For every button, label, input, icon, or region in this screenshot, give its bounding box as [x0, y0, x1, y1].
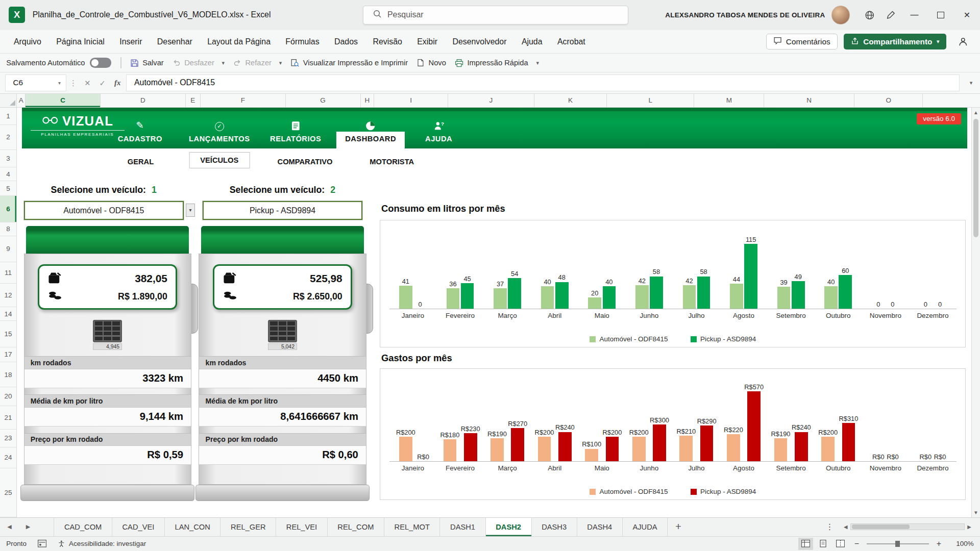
- share-button[interactable]: Compartilhamento ▾: [844, 34, 946, 50]
- subtab-comparativo[interactable]: COMPARATIVO: [274, 154, 336, 169]
- sheet-tab-rel_vei[interactable]: REL_VEI: [276, 518, 328, 536]
- row-header-14[interactable]: 14: [0, 307, 16, 321]
- more-options-icon[interactable]: ⋮: [823, 522, 837, 532]
- column-header-J[interactable]: J: [448, 94, 534, 107]
- new-button[interactable]: Novo: [412, 54, 451, 72]
- sheet-tab-cad_vei[interactable]: CAD_VEI: [112, 518, 165, 536]
- sheet-tab-dash2[interactable]: DASH2: [486, 518, 532, 536]
- row-header-18[interactable]: 18: [0, 362, 16, 387]
- vehicle2-select[interactable]: Pickup - ASD9894: [203, 201, 362, 220]
- select-all-corner[interactable]: [0, 94, 17, 107]
- column-header-L[interactable]: L: [607, 94, 694, 107]
- minimize-button[interactable]: —: [901, 0, 927, 30]
- ink-pen-icon[interactable]: [880, 0, 901, 30]
- ribbon-tab-inserir[interactable]: Inserir: [112, 30, 150, 54]
- horizontal-scrollbar[interactable]: ◀ ▶: [841, 523, 974, 530]
- ribbon-tab-arquivo[interactable]: Arquivo: [6, 30, 48, 54]
- row-header-12[interactable]: 12: [0, 284, 16, 308]
- column-header-N[interactable]: N: [764, 94, 854, 107]
- scrollbar-thumb[interactable]: [973, 119, 978, 238]
- zoom-out-button[interactable]: −: [850, 539, 863, 548]
- nav-cadastro[interactable]: ✎ CADASTRO: [111, 117, 168, 148]
- row-header-24[interactable]: 24: [0, 447, 16, 469]
- formula-input[interactable]: Automóvel - ODF8415: [126, 74, 960, 91]
- nav-ajuda[interactable]: ? AJUDA: [419, 117, 459, 148]
- column-header-F[interactable]: F: [201, 94, 286, 107]
- name-box[interactable]: C6 ▾: [5, 74, 66, 91]
- hscroll-thumb[interactable]: [852, 524, 910, 529]
- search-box[interactable]: Pesquisar: [363, 6, 628, 24]
- sheet-tab-dash1[interactable]: DASH1: [440, 518, 485, 536]
- toolbar-overflow-icon[interactable]: ▾: [536, 60, 540, 66]
- sheet-tab-rel_mot[interactable]: REL_MOT: [384, 518, 440, 536]
- row-header-1[interactable]: 1: [0, 108, 16, 125]
- row-header-21[interactable]: 21: [0, 406, 16, 430]
- cancel-icon[interactable]: ✕: [80, 72, 95, 93]
- sheet-tab-dash4[interactable]: DASH4: [577, 518, 623, 536]
- autosave-toggle[interactable]: [90, 58, 111, 68]
- sheet-tab-ajuda[interactable]: AJUDA: [623, 518, 668, 536]
- row-header-2[interactable]: 2: [0, 125, 16, 150]
- nav-dashboard[interactable]: DASHBOARD: [336, 117, 405, 148]
- vehicle1-select[interactable]: Automóvel - ODF8415: [24, 201, 184, 220]
- column-header-G[interactable]: G: [286, 94, 361, 107]
- subtab-veiculos[interactable]: VEÍCULOS: [189, 152, 250, 169]
- print-preview-button[interactable]: Visualizar Impressão e Imprimir: [286, 54, 412, 72]
- nav-lancamentos[interactable]: ✓ LANÇAMENTOS: [183, 117, 256, 148]
- ribbon-tab-ajuda[interactable]: Ajuda: [514, 30, 550, 54]
- formula-bar-expand-icon[interactable]: ▾: [962, 72, 980, 93]
- zoom-thumb[interactable]: [895, 541, 900, 547]
- row-header-20[interactable]: 20: [0, 387, 16, 406]
- scroll-left-icon[interactable]: ◀: [841, 524, 850, 530]
- ribbon-tab-exibir[interactable]: Exibir: [410, 30, 445, 54]
- page-layout-view-icon[interactable]: [816, 538, 830, 550]
- sheet-tab-rel_com[interactable]: REL_COM: [328, 518, 384, 536]
- column-header-D[interactable]: D: [101, 94, 186, 107]
- ribbon-tab-layout-da-página[interactable]: Layout da Página: [200, 30, 278, 54]
- column-header-C[interactable]: C: [26, 94, 101, 107]
- maximize-button[interactable]: [927, 0, 953, 30]
- row-header-4[interactable]: 4: [0, 167, 16, 181]
- hscroll-track[interactable]: [850, 523, 965, 530]
- column-header-O[interactable]: O: [854, 94, 923, 107]
- row-header-3[interactable]: 3: [0, 150, 16, 167]
- zoom-in-button[interactable]: +: [933, 539, 945, 548]
- enter-icon[interactable]: ✓: [95, 72, 110, 93]
- ribbon-tab-fórmulas[interactable]: Fórmulas: [278, 30, 327, 54]
- row-header-8[interactable]: 8: [0, 222, 16, 236]
- globe-icon[interactable]: [859, 0, 880, 30]
- vertical-scrollbar[interactable]: ▲ ▼: [971, 108, 980, 517]
- column-header-K[interactable]: K: [534, 94, 607, 107]
- row-header-11[interactable]: 11: [0, 262, 16, 284]
- nav-relatorios[interactable]: RELATÓRIOS: [264, 117, 328, 148]
- normal-view-icon[interactable]: [798, 538, 813, 550]
- accessibility-status[interactable]: Acessibilidade: investigar: [58, 540, 146, 548]
- sheet-nav-left-icon[interactable]: ◀: [0, 518, 19, 536]
- save-button[interactable]: Salvar: [126, 54, 168, 72]
- row-header-15[interactable]: 15: [0, 321, 16, 347]
- scroll-up-icon[interactable]: ▲: [973, 108, 978, 118]
- subtab-geral[interactable]: GERAL: [124, 154, 157, 169]
- column-header-I[interactable]: I: [374, 94, 448, 107]
- column-header-H[interactable]: H: [361, 94, 375, 107]
- ribbon-tab-página-inicial[interactable]: Página Inicial: [49, 30, 112, 54]
- sheet-tab-cad_com[interactable]: CAD_COM: [54, 518, 112, 536]
- scroll-down-icon[interactable]: ▼: [973, 507, 978, 517]
- column-header-M[interactable]: M: [694, 94, 764, 107]
- scroll-right-icon[interactable]: ▶: [965, 524, 973, 530]
- zoom-level[interactable]: 100%: [947, 540, 973, 547]
- ribbon-tab-acrobat[interactable]: Acrobat: [550, 30, 593, 54]
- comments-button[interactable]: Comentários: [766, 34, 838, 50]
- row-header-23[interactable]: 23: [0, 430, 16, 447]
- avatar[interactable]: [831, 6, 850, 24]
- quick-print-button[interactable]: Impressão Rápida: [450, 54, 532, 72]
- ribbon-tab-desenvolvedor[interactable]: Desenvolvedor: [445, 30, 514, 54]
- column-header-E[interactable]: E: [186, 94, 201, 107]
- ribbon-tab-dados[interactable]: Dados: [327, 30, 365, 54]
- sheet-tab-dash3[interactable]: DASH3: [532, 518, 577, 536]
- sheet-tab-lan_con[interactable]: LAN_CON: [165, 518, 221, 536]
- row-header-17[interactable]: 17: [0, 347, 16, 362]
- add-sheet-button[interactable]: +: [668, 518, 689, 536]
- sheet-tab-rel_ger[interactable]: REL_GER: [220, 518, 276, 536]
- undo-button[interactable]: Desfazer ▾: [168, 54, 229, 72]
